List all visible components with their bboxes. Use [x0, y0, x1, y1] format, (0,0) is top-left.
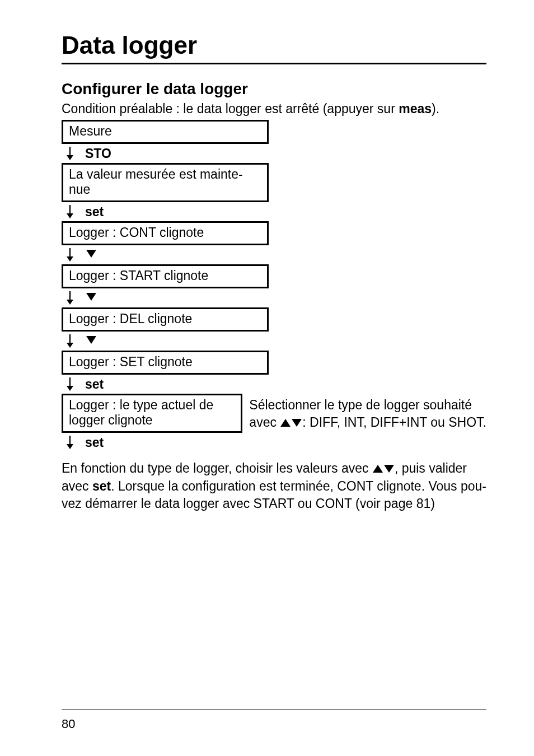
cell-mesure: Mesure: [62, 120, 269, 144]
triangle-down-icon: [82, 249, 97, 261]
svg-marker-19: [373, 465, 383, 473]
down-arrow-icon: [66, 334, 82, 348]
step-sto: STO: [62, 144, 486, 163]
precondition-pre: Condition préalable : le data logger est…: [62, 101, 399, 116]
svg-marker-12: [86, 336, 96, 344]
step-set-3: set: [62, 433, 486, 452]
triangle-down-icon: [383, 461, 395, 475]
triangle-down-icon: [82, 292, 97, 304]
page-title: Data logger: [62, 31, 486, 59]
side-note: Sélectionner le type de logger souhaité …: [242, 394, 486, 433]
title-rule: [62, 63, 486, 64]
step-down-2: [62, 288, 486, 307]
cell-type: Logger : le type actuel de logger cligno…: [62, 394, 242, 433]
step-sto-label: STO: [82, 146, 111, 161]
svg-marker-5: [67, 256, 73, 262]
svg-marker-14: [67, 386, 73, 391]
side-line2: avec : DIFF, INT, DIFF+INT ou SHOT.: [249, 414, 486, 431]
down-arrow-icon: [66, 377, 82, 391]
triangle-down-icon: [291, 415, 302, 430]
step-set-1: set: [62, 202, 486, 221]
cell-setc: Logger : SET clignote: [62, 351, 269, 375]
step-set-label: set: [82, 377, 104, 392]
svg-marker-20: [384, 465, 394, 473]
step-set-label: set: [82, 204, 104, 220]
svg-marker-1: [67, 155, 73, 160]
para-bold: set: [92, 479, 111, 493]
step-set-label: set: [82, 435, 104, 450]
cell-del: Logger : DEL clignote: [62, 307, 269, 332]
down-arrow-icon: [66, 146, 82, 161]
triangle-up-icon: [280, 415, 291, 430]
para-tail: . Lorsque la configuration est terminée,…: [62, 479, 486, 511]
svg-marker-16: [292, 419, 302, 427]
para-pre: En fonction du type de logger, choisir l…: [62, 461, 372, 475]
side-line2-post: : DIFF, INT, DIFF+INT ou SHOT.: [302, 415, 486, 430]
down-arrow-icon: [66, 291, 82, 305]
step-down-1: [62, 245, 486, 264]
precondition-post: ).: [432, 101, 439, 116]
cell-cont: Logger : CONT clignote: [62, 221, 269, 245]
svg-marker-6: [86, 250, 96, 258]
cell-start: Logger : START clignote: [62, 264, 269, 288]
closing-paragraph: En fonction du type de logger, choisir l…: [62, 460, 486, 513]
svg-marker-15: [280, 419, 291, 427]
cell-maintenue: La valeur mesurée est mainte- nue: [62, 163, 269, 202]
side-line1: Sélectionner le type de logger souhaité: [249, 396, 486, 414]
footer-rule: [62, 710, 486, 710]
svg-marker-11: [67, 343, 73, 348]
step-set-2: set: [62, 375, 486, 394]
triangle-down-icon: [82, 335, 97, 347]
section-heading: Configurer le data logger: [62, 80, 486, 98]
svg-marker-9: [86, 293, 96, 301]
precondition-text: Condition préalable : le data logger est…: [62, 101, 486, 116]
svg-marker-18: [67, 444, 73, 449]
svg-marker-3: [67, 213, 73, 218]
precondition-key: meas: [399, 101, 432, 116]
page-number: 80: [62, 717, 75, 731]
triangle-up-icon: [372, 461, 383, 475]
down-arrow-icon: [66, 435, 82, 450]
side-line2-pre: avec: [249, 415, 280, 430]
step-down-3: [62, 332, 486, 351]
svg-marker-8: [67, 300, 73, 305]
down-arrow-icon: [66, 248, 82, 262]
down-arrow-icon: [66, 204, 82, 219]
